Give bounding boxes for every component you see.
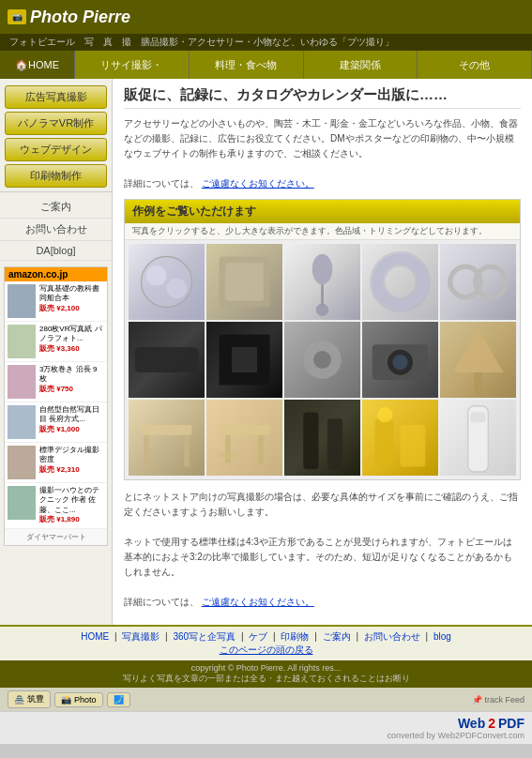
detail-link-2[interactable]: ご遠慮なくお知ください。 — [202, 597, 314, 607]
gallery-item-3[interactable] — [284, 244, 360, 320]
amazon-thumb-5 — [8, 446, 36, 479]
badge-icon-3: 🗾 — [114, 695, 124, 705]
gallery-item-12[interactable] — [206, 400, 282, 476]
home-icon: 🏠 — [15, 59, 28, 71]
web2pdf-tagline: converted by Web2PDFConvert.com — [8, 731, 524, 740]
main-layout: 広告写真撮影 パノラマVR制作 ウェブデザイン 印刷物制作 ご案内 お問い合わせ… — [0, 79, 532, 625]
gallery-item-5[interactable] — [440, 244, 516, 320]
sidebar-btn-webdesign[interactable]: ウェブデザイン — [5, 138, 107, 161]
intro-paragraph: アクセサリーなどの小さいものや、陶芸・木工・彫金・金工などいろいろな作品、小物、… — [124, 116, 521, 191]
amazon-item-4[interactable]: 自然型自然写真日目 長府方式... 販売 ¥1,000 — [5, 402, 107, 443]
sidebar-link-info[interactable]: ご案内 — [0, 196, 112, 219]
badge-map[interactable]: 🗾 — [107, 692, 130, 707]
footer-print[interactable]: 印刷物 — [281, 631, 309, 642]
amazon-item-6[interactable]: 撮影一ハウとのテクニック 作者 佐藤、ここ... 販売 ¥1,890 — [5, 483, 107, 529]
footer-home[interactable]: HOME — [81, 631, 109, 642]
gallery-item-1[interactable] — [129, 244, 205, 320]
svg-marker-20 — [453, 328, 504, 372]
gallery-item-14[interactable] — [362, 400, 438, 476]
detail-link-1[interactable]: ご遠慮なくお知ください。 — [202, 178, 314, 189]
gallery-item-8[interactable] — [284, 322, 360, 398]
amazon-info-4: 自然型自然写真日目 長府方式... 販売 ¥1,000 — [39, 405, 104, 434]
gallery-item-4[interactable] — [362, 244, 438, 320]
svg-point-1 — [146, 265, 167, 286]
svg-rect-22 — [142, 425, 192, 435]
svg-rect-12 — [135, 347, 199, 372]
footer-contact[interactable]: お問い合わせ — [364, 631, 420, 642]
svg-point-2 — [167, 278, 188, 298]
footer-blog[interactable]: blog — [433, 631, 451, 642]
back-to-top-link[interactable]: このページの頭の戻る — [220, 644, 313, 655]
gallery-item-13[interactable] — [284, 400, 360, 476]
header: 📷 Photo Pierre — [0, 0, 532, 34]
badge-icon-1: 🏯 — [14, 695, 24, 705]
amazon-widget: amazon.co.jp 写真基礎の教科書 同船合本 販売 ¥2,100 280… — [4, 266, 108, 546]
gallery-item-15[interactable] — [440, 400, 516, 476]
nav-food[interactable]: 料理・食べ物 — [190, 51, 304, 79]
web2pdf-banner: Web 2 PDF converted by Web2PDFConvert.co… — [0, 711, 532, 744]
logo-area: 📷 Photo Pierre — [8, 8, 130, 27]
gallery-item-9[interactable] — [362, 322, 438, 398]
amazon-item-1[interactable]: 写真基礎の教科書 同船合本 販売 ¥2,100 — [5, 281, 107, 322]
nav-home[interactable]: 🏠 HOME — [0, 51, 75, 79]
main-content: 販促に、記録に、カタログやカレンダー出版に…… アクセサリーなどの小さいものや、… — [113, 79, 532, 625]
amazon-thumb-3 — [8, 365, 36, 399]
svg-rect-4 — [225, 263, 264, 301]
sidebar-btn-panorama[interactable]: パノラマVR制作 — [5, 112, 107, 135]
svg-rect-21 — [474, 372, 481, 395]
badge-hyokucho[interactable]: 🏯 筑豊 — [8, 690, 51, 708]
amazon-info-5: 標準デジタル撮影密度 販売 ¥2,310 — [39, 446, 104, 475]
amazon-item-5[interactable]: 標準デジタル撮影密度 販売 ¥2,310 — [5, 443, 107, 483]
svg-rect-35 — [470, 413, 485, 423]
nav-architecture[interactable]: 建築関係 — [304, 51, 418, 79]
amazon-thumb-6 — [8, 486, 36, 520]
amazon-item-2[interactable]: 280枚VR写真紙 パノラフォト... 販売 ¥3,360 — [5, 322, 107, 362]
svg-point-5 — [312, 254, 333, 284]
amazon-thumb-4 — [8, 405, 36, 439]
footer-navigation: HOME | 写真撮影 | 360写と企写真 | ケブ | 印刷物 | ご案内 … — [0, 625, 532, 660]
amazon-header: amazon.co.jp — [5, 267, 107, 281]
sidebar-divider — [0, 191, 112, 192]
gallery-title: 作例をご覧いただけます — [125, 200, 520, 223]
svg-rect-28 — [220, 453, 238, 458]
web2pdf-logo: Web 2 PDF — [458, 716, 524, 731]
svg-rect-23 — [144, 435, 148, 467]
gallery-item-11[interactable] — [129, 400, 205, 476]
footer-info[interactable]: ご案内 — [323, 631, 351, 642]
gallery-item-6[interactable] — [129, 322, 205, 398]
sidebar-link-blog[interactable]: DA[blog] — [0, 241, 112, 261]
sidebar-btn-printing[interactable]: 印刷物制作 — [5, 164, 107, 188]
svg-rect-27 — [258, 435, 263, 463]
amazon-info-3: 3万枚巻き 沿長 9枚 販売 ¥750 — [39, 365, 104, 394]
sidebar-link-contact[interactable]: お問い合わせ — [0, 219, 112, 241]
sidebar: 広告写真撮影 パノラマVR制作 ウェブデザイン 印刷物制作 ご案内 お問い合わせ… — [0, 79, 113, 625]
amazon-thumb-1 — [8, 284, 36, 318]
svg-rect-31 — [375, 418, 394, 466]
footer-badge-group: 🏯 筑豊 📸 Photo 🗾 — [8, 690, 130, 708]
gallery-item-10[interactable] — [440, 322, 516, 398]
gallery-item-2[interactable] — [206, 244, 282, 320]
nav-product[interactable]: リサイ撮影・ — [75, 51, 190, 79]
svg-rect-32 — [401, 425, 426, 467]
page-title: 販促に、記録に、カタログやカレンダー出版に…… — [124, 86, 521, 109]
amazon-item-3[interactable]: 3万枚巻き 沿長 9枚 販売 ¥750 — [5, 362, 107, 402]
footer-web[interactable]: ケブ — [249, 631, 267, 642]
amazon-info-6: 撮影一ハウとのテクニック 作者 佐藤、ここ... 販売 ¥1,890 — [39, 486, 104, 525]
badge-icon-2: 📸 — [61, 695, 71, 705]
amazon-info-2: 280枚VR写真紙 パノラフォト... 販売 ¥3,360 — [39, 325, 104, 354]
camera-icon: 📷 — [8, 9, 26, 24]
main-navigation: 🏠 HOME リサイ撮影・ 料理・食べ物 建築関係 その他 — [0, 51, 532, 79]
svg-rect-25 — [220, 425, 270, 435]
sidebar-btn-advertising[interactable]: 広告写真撮影 — [5, 85, 107, 109]
bottom-text: とにネットストア向けの写真撮影の場合は、必要な具体的サイズを事前にご確認のうえ、… — [124, 490, 521, 610]
svg-rect-14 — [232, 347, 257, 372]
footer-photo[interactable]: 写真撮影 — [122, 631, 160, 642]
gallery-subtitle: 写真をクリックすると、少し大きな表示ができます。色品域・トリミングなどしておりま… — [125, 223, 520, 240]
nav-other[interactable]: その他 — [418, 51, 532, 79]
gallery-item-7[interactable] — [206, 322, 282, 398]
badge-brand[interactable]: 📸 Photo — [54, 692, 103, 707]
svg-point-16 — [313, 351, 331, 369]
amazon-info-1: 写真基礎の教科書 同船合本 販売 ¥2,100 — [39, 284, 104, 313]
svg-rect-24 — [184, 435, 189, 467]
footer-360[interactable]: 360写と企写真 — [173, 631, 236, 642]
